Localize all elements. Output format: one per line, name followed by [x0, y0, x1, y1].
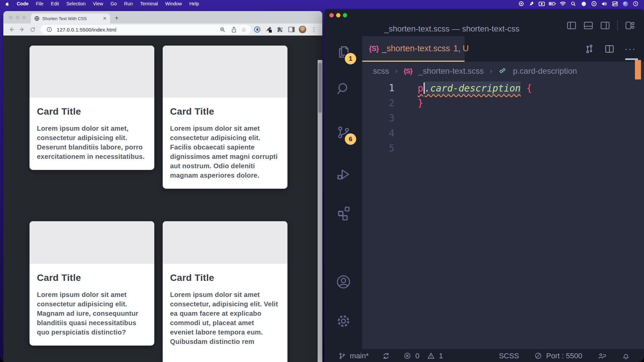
- extensions-icon[interactable]: [324, 198, 362, 228]
- card: Card Title Lorem ipsum dolor sit amet co…: [163, 46, 287, 189]
- search-icon[interactable]: [324, 74, 362, 104]
- more-actions-icon[interactable]: ···: [625, 44, 636, 54]
- menu-item-help[interactable]: Help: [185, 1, 203, 6]
- menu-item-go[interactable]: Go: [107, 1, 120, 6]
- screen-corner: [639, 357, 644, 362]
- menu-item-terminal[interactable]: Terminal: [137, 1, 162, 6]
- explorer-icon[interactable]: [324, 37, 362, 67]
- breadcrumb-file[interactable]: _shorten-text.scss: [418, 66, 484, 76]
- line-number: 3: [362, 113, 394, 124]
- screen-mirroring-icon[interactable]: [538, 1, 546, 7]
- browser-scrollbar-thumb[interactable]: [318, 63, 322, 113]
- vscode-window: _shorten-text.scss — shorten-text-css 1: [324, 9, 644, 362]
- scss-file-icon: {S}: [404, 67, 412, 75]
- card-title: Card Title: [170, 273, 279, 283]
- line-number: 4: [362, 128, 394, 139]
- browser-menu-icon[interactable]: ⋮: [309, 25, 319, 34]
- card-image-placeholder: [30, 221, 154, 264]
- port-label: Port : 5500: [546, 352, 582, 360]
- zoom-page-icon[interactable]: [218, 27, 226, 33]
- editor-group: {S} _shorten-text.scss 1, U ··· scss › {…: [362, 36, 644, 349]
- tab-close-icon[interactable]: ✕: [103, 16, 107, 21]
- card-description: Lorem ipsum dolor sit amet consectetur, …: [170, 290, 279, 346]
- feedback-icon[interactable]: [598, 352, 606, 360]
- run-debug-icon[interactable]: [324, 159, 362, 189]
- open-changes-icon[interactable]: [584, 44, 594, 54]
- minimize-window-button[interactable]: [15, 15, 19, 19]
- language-mode-item[interactable]: SCSS: [499, 352, 519, 360]
- sync-status-item[interactable]: [382, 352, 390, 360]
- breadcrumb-folder[interactable]: scss: [373, 66, 389, 76]
- screen-time-icon[interactable]: [590, 1, 598, 7]
- menu-item-view[interactable]: View: [89, 1, 107, 6]
- address-bar[interactable]: 127.0.0.1:5500/index.html ☆: [41, 25, 251, 34]
- menu-item-edit[interactable]: Edit: [47, 1, 63, 6]
- line-number: 5: [362, 143, 394, 154]
- live-server-port-item[interactable]: Port : 5500: [534, 352, 582, 360]
- color-picker-extension-icon[interactable]: [264, 25, 274, 34]
- zoom-window-button[interactable]: [343, 13, 347, 17]
- zoom-window-button[interactable]: [22, 15, 26, 19]
- url-text[interactable]: 127.0.0.1:5500/index.html: [57, 27, 215, 33]
- record-indicator-icon[interactable]: [518, 1, 525, 7]
- siri-icon[interactable]: [622, 1, 629, 7]
- card: Card Title Lorem ipsum dolor sit amet co…: [30, 221, 154, 346]
- share-icon[interactable]: [230, 26, 238, 33]
- back-button[interactable]: [7, 25, 16, 34]
- card-description: Lorem ipsum dolor sit amet consectetur a…: [37, 290, 146, 337]
- bookmark-star-icon[interactable]: ☆: [241, 26, 246, 33]
- breadcrumbs: scss › {S} _shorten-text.scss › p.card-d…: [362, 62, 644, 80]
- battery-charging-icon[interactable]: [549, 1, 556, 7]
- profile-avatar[interactable]: [298, 25, 308, 34]
- rocket-icon[interactable]: [528, 1, 535, 7]
- control-center-icon[interactable]: [611, 1, 619, 7]
- toggle-secondary-sidebar-icon[interactable]: [600, 21, 610, 29]
- menu-item-run[interactable]: Run: [120, 1, 137, 6]
- volume-icon[interactable]: [601, 1, 608, 7]
- vscode-title-bar: _shorten-text.scss — shorten-text-css: [324, 9, 644, 36]
- branch-status-item[interactable]: main*: [338, 352, 369, 360]
- extensions-puzzle-icon[interactable]: [275, 25, 285, 34]
- settings-gear-icon[interactable]: [324, 306, 362, 336]
- close-window-button[interactable]: [329, 13, 334, 17]
- card-description: Lorem ipsum dolor sit amet consectetur a…: [170, 124, 279, 180]
- minimize-window-button[interactable]: [336, 13, 340, 17]
- forward-button[interactable]: [17, 25, 27, 34]
- menu-app-name[interactable]: Code: [13, 1, 32, 6]
- password-manager-extension-icon[interactable]: [252, 25, 262, 34]
- menu-item-window[interactable]: Window: [162, 1, 186, 6]
- toggle-panel-icon[interactable]: [584, 21, 593, 29]
- do-not-disturb-icon[interactable]: [580, 1, 587, 7]
- site-info-icon[interactable]: [45, 27, 53, 32]
- menu-item-file[interactable]: File: [32, 1, 47, 6]
- wifi-icon[interactable]: [559, 1, 567, 7]
- side-panel-icon[interactable]: [286, 25, 297, 34]
- card: Card Title Lorem ipsum dolor sit amet, c…: [30, 46, 154, 170]
- spotlight-search-icon[interactable]: [570, 1, 577, 7]
- customize-layout-icon[interactable]: [625, 21, 635, 29]
- split-editor-icon[interactable]: [604, 44, 614, 54]
- editor-tab[interactable]: {S} _shorten-text.scss 1, U: [362, 36, 465, 62]
- card-title: Card Title: [37, 106, 146, 117]
- menu-item-selection[interactable]: Selection: [63, 1, 90, 6]
- browser-scrollbar[interactable]: [318, 60, 322, 362]
- close-window-button[interactable]: [9, 15, 13, 19]
- clock-icon[interactable]: [632, 1, 639, 7]
- notifications-bell-icon[interactable]: [622, 352, 630, 360]
- new-tab-button[interactable]: +: [115, 14, 119, 22]
- breadcrumb-symbol[interactable]: p.card-description: [513, 66, 577, 76]
- problems-status-item[interactable]: 0 1: [404, 352, 443, 360]
- source-control-icon[interactable]: [324, 117, 362, 147]
- toggle-sidebar-icon[interactable]: [567, 21, 576, 29]
- status-bar: main* 0 1 SCSS Port : 5500: [324, 349, 644, 362]
- accounts-icon[interactable]: [324, 267, 362, 297]
- line-number: 2: [362, 98, 394, 109]
- browser-tab[interactable]: Shorten Text With CSS ✕: [31, 13, 110, 23]
- apple-logo-icon[interactable]: [5, 1, 10, 7]
- chevron-right-icon: ›: [395, 67, 397, 75]
- reload-button[interactable]: [28, 25, 38, 34]
- menu-status-icons: [518, 1, 639, 7]
- card-image-placeholder: [163, 221, 287, 264]
- code-editor[interactable]: 1 p.card-description { 2 } 3 4 5: [362, 80, 644, 349]
- browser-window: Shorten Text With CSS ✕ + 127.0.0.1:5500…: [3, 11, 322, 362]
